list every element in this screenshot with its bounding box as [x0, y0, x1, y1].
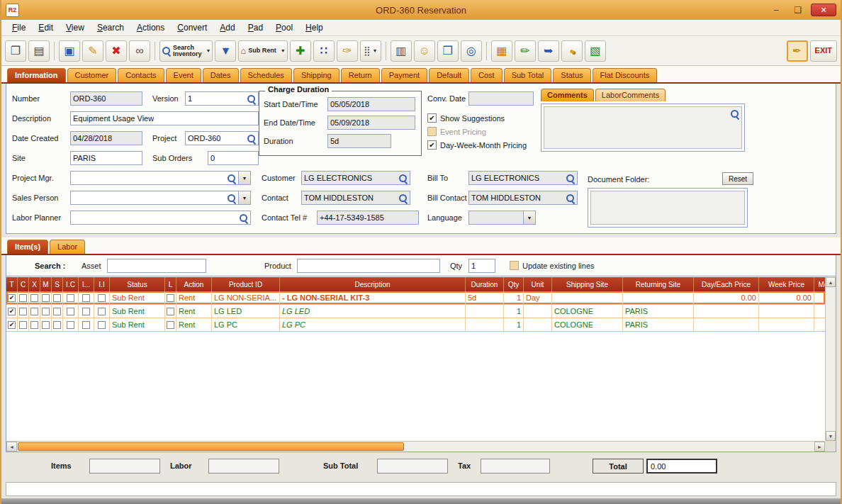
cubes-button[interactable]: ▦	[491, 40, 512, 62]
bill-contact-lookup-icon[interactable]	[566, 194, 575, 203]
labor-planner-field[interactable]	[70, 211, 251, 225]
row-checkbox[interactable]	[30, 321, 38, 329]
tab-status[interactable]: Status	[553, 68, 590, 82]
scroll-left-icon[interactable]: ◄	[6, 442, 17, 452]
event-pricing-checkbox[interactable]	[427, 127, 437, 136]
coins-button[interactable]: ●	[561, 40, 583, 62]
smiley-button[interactable]: ☺	[414, 40, 435, 62]
sub-orders-field[interactable]: 0	[208, 151, 259, 165]
language-dropdown[interactable]: ▼	[524, 211, 536, 225]
row-checkbox[interactable]	[167, 294, 174, 302]
checkout-button[interactable]: ➥	[538, 40, 559, 62]
tab-comments[interactable]: Comments	[541, 89, 594, 101]
tab-information[interactable]: Information	[7, 68, 66, 82]
row-checkbox[interactable]	[42, 308, 50, 315]
pad-button[interactable]: ⣿ ▼	[360, 40, 381, 62]
reset-button[interactable]: Reset	[722, 172, 753, 185]
highlight-pen-button[interactable]: ✒	[787, 40, 808, 62]
customer-field[interactable]: LG ELECTRONICS	[301, 171, 410, 185]
row-checkbox[interactable]	[30, 308, 38, 315]
tab-items[interactable]: Item(s)	[7, 240, 48, 254]
save-button[interactable]: ▣	[59, 40, 80, 62]
end-date-field[interactable]: 05/09/2018	[327, 116, 415, 130]
comments-textarea[interactable]	[544, 106, 742, 149]
package-button[interactable]: ❒	[437, 40, 459, 62]
edit-button[interactable]: ✎	[82, 40, 103, 62]
tab-contacts[interactable]: Contacts	[118, 68, 164, 82]
table-row[interactable]: ✔ Sub Rent Rent LG LED LG LED 1 COLOGNE …	[6, 305, 825, 318]
table-row[interactable]: ✔ Sub Rent Rent LG PC LG PC 1 COLOGNE PA…	[6, 318, 825, 332]
print-report-button[interactable]: ▥	[391, 40, 412, 62]
project-mgr-field[interactable]	[70, 171, 239, 185]
tab-default[interactable]: Default	[429, 68, 469, 82]
col-header-m[interactable]: M	[40, 277, 52, 291]
group-button[interactable]: ∷	[313, 40, 335, 62]
tab-schedules[interactable]: Schedules	[240, 68, 292, 82]
tab-event[interactable]: Event	[166, 68, 201, 82]
row-checkbox[interactable]	[42, 294, 50, 302]
add-line-button[interactable]: ✚	[290, 40, 311, 62]
row-checkbox[interactable]	[167, 308, 174, 315]
total-field[interactable]: 0.00	[646, 459, 717, 474]
tab-shipping[interactable]: Shipping	[293, 68, 339, 82]
project-field[interactable]: ORD-360	[185, 131, 259, 145]
description-field[interactable]: Equipment Usage View	[70, 111, 259, 125]
table-row[interactable]: ✔ Sub Rent Rent LG NON-SERIA... - LG NON…	[6, 291, 825, 305]
row-checkbox[interactable]	[98, 294, 106, 302]
document-folder-textarea[interactable]	[590, 191, 745, 225]
page-edit-button[interactable]: ✏	[515, 40, 536, 62]
minimize-button[interactable]: –	[767, 4, 785, 16]
date-created-field[interactable]: 04/28/2018	[70, 131, 142, 145]
row-checkbox[interactable]: ✔	[8, 294, 16, 302]
conv-date-field[interactable]	[468, 91, 534, 106]
close-button[interactable]: ✕	[811, 4, 836, 16]
project-mgr-dropdown[interactable]: ▼	[239, 171, 251, 185]
contact-lookup-icon[interactable]	[398, 194, 408, 203]
menu-file[interactable]: File	[6, 23, 32, 33]
sub-rent-button[interactable]: ⌂ Sub Rent ▼	[238, 40, 287, 62]
row-checkbox[interactable]	[67, 294, 74, 302]
day-week-month-pricing-checkbox[interactable]: ✔	[427, 140, 437, 150]
col-header-qty[interactable]: Qty	[504, 277, 524, 291]
col-header-l[interactable]: L	[165, 277, 176, 291]
sub-total-field[interactable]	[377, 459, 448, 474]
show-suggestions-checkbox[interactable]: ✔	[427, 113, 437, 123]
col-header-s[interactable]: S	[52, 277, 63, 291]
asset-input[interactable]	[107, 259, 206, 273]
bill-to-lookup-icon[interactable]	[566, 174, 575, 183]
row-checkbox[interactable]	[67, 321, 74, 329]
start-date-field[interactable]: 05/05/2018	[327, 97, 415, 111]
pour-button[interactable]: ▼	[215, 40, 236, 62]
colored-cubes-button[interactable]: ▧	[585, 40, 606, 62]
col-header-x[interactable]: X	[29, 277, 40, 291]
find-button[interactable]: ∞	[129, 40, 150, 62]
col-header-duration[interactable]: Duration	[466, 277, 504, 291]
menu-add[interactable]: Add	[213, 23, 241, 33]
col-header-status[interactable]: Status	[110, 277, 165, 291]
col-header-product-id[interactable]: Product ID	[212, 277, 280, 291]
col-header-shipping-site[interactable]: Shipping Site	[552, 277, 623, 291]
row-checkbox[interactable]	[82, 294, 90, 302]
menu-convert[interactable]: Convert	[171, 23, 213, 33]
menu-view[interactable]: View	[60, 23, 91, 33]
customer-lookup-icon[interactable]	[398, 174, 408, 183]
row-checkbox[interactable]	[67, 308, 74, 315]
new-button[interactable]: ❐	[5, 40, 26, 62]
menu-pad[interactable]: Pad	[242, 23, 269, 33]
col-header-ic[interactable]: I.C	[63, 277, 79, 291]
col-header-t[interactable]: T	[6, 277, 18, 291]
items-total-field[interactable]	[89, 459, 160, 474]
tab-flat-discounts[interactable]: Flat Discounts	[593, 68, 658, 82]
menu-help[interactable]: Help	[299, 23, 330, 33]
vertical-scrollbar[interactable]: ▲ ▼	[825, 277, 836, 441]
scroll-up-icon[interactable]: ▲	[826, 277, 836, 287]
row-checkbox[interactable]	[19, 308, 27, 315]
row-checkbox[interactable]: ✔	[8, 308, 16, 315]
cd-button[interactable]: ◎	[461, 40, 482, 62]
tab-cost[interactable]: Cost	[471, 68, 503, 82]
row-checkbox[interactable]	[82, 308, 90, 315]
version-lookup-icon[interactable]	[247, 94, 256, 103]
bill-to-field[interactable]: LG ELECTRONICS	[468, 171, 578, 185]
tab-return[interactable]: Return	[341, 68, 380, 82]
labor-total-field[interactable]	[208, 459, 279, 474]
